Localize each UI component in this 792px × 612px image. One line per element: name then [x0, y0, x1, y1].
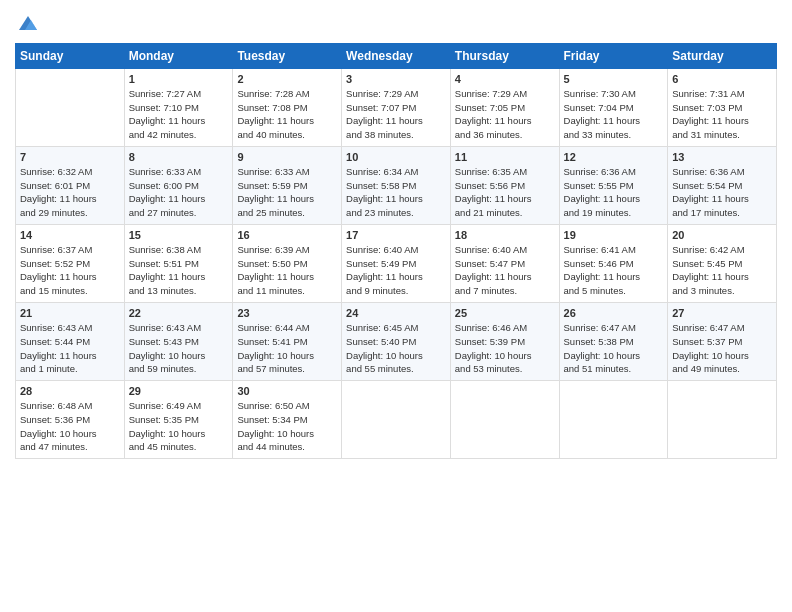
day-info: Sunrise: 6:46 AMSunset: 5:39 PMDaylight:…	[455, 321, 555, 376]
column-header-thursday: Thursday	[450, 43, 559, 68]
day-number: 23	[237, 307, 337, 319]
calendar-cell: 21Sunrise: 6:43 AMSunset: 5:44 PMDayligh…	[16, 302, 125, 380]
day-info: Sunrise: 7:31 AMSunset: 7:03 PMDaylight:…	[672, 87, 772, 142]
logo	[15, 14, 39, 37]
day-info: Sunrise: 6:41 AMSunset: 5:46 PMDaylight:…	[564, 243, 664, 298]
calendar-cell: 2Sunrise: 7:28 AMSunset: 7:08 PMDaylight…	[233, 68, 342, 146]
calendar-cell: 6Sunrise: 7:31 AMSunset: 7:03 PMDaylight…	[668, 68, 777, 146]
day-info: Sunrise: 6:50 AMSunset: 5:34 PMDaylight:…	[237, 399, 337, 454]
day-number: 21	[20, 307, 120, 319]
calendar-cell: 30Sunrise: 6:50 AMSunset: 5:34 PMDayligh…	[233, 381, 342, 459]
calendar-cell: 24Sunrise: 6:45 AMSunset: 5:40 PMDayligh…	[342, 302, 451, 380]
day-number: 30	[237, 385, 337, 397]
calendar-cell: 18Sunrise: 6:40 AMSunset: 5:47 PMDayligh…	[450, 224, 559, 302]
calendar-cell: 1Sunrise: 7:27 AMSunset: 7:10 PMDaylight…	[124, 68, 233, 146]
calendar-cell: 25Sunrise: 6:46 AMSunset: 5:39 PMDayligh…	[450, 302, 559, 380]
day-info: Sunrise: 6:44 AMSunset: 5:41 PMDaylight:…	[237, 321, 337, 376]
day-info: Sunrise: 6:40 AMSunset: 5:47 PMDaylight:…	[455, 243, 555, 298]
day-info: Sunrise: 7:28 AMSunset: 7:08 PMDaylight:…	[237, 87, 337, 142]
day-info: Sunrise: 6:36 AMSunset: 5:54 PMDaylight:…	[672, 165, 772, 220]
column-header-sunday: Sunday	[16, 43, 125, 68]
calendar-cell: 23Sunrise: 6:44 AMSunset: 5:41 PMDayligh…	[233, 302, 342, 380]
calendar-week-row: 1Sunrise: 7:27 AMSunset: 7:10 PMDaylight…	[16, 68, 777, 146]
day-number: 19	[564, 229, 664, 241]
day-info: Sunrise: 6:38 AMSunset: 5:51 PMDaylight:…	[129, 243, 229, 298]
calendar-cell: 7Sunrise: 6:32 AMSunset: 6:01 PMDaylight…	[16, 146, 125, 224]
day-info: Sunrise: 6:43 AMSunset: 5:43 PMDaylight:…	[129, 321, 229, 376]
day-number: 12	[564, 151, 664, 163]
calendar-cell: 19Sunrise: 6:41 AMSunset: 5:46 PMDayligh…	[559, 224, 668, 302]
calendar-cell: 9Sunrise: 6:33 AMSunset: 5:59 PMDaylight…	[233, 146, 342, 224]
calendar-cell: 28Sunrise: 6:48 AMSunset: 5:36 PMDayligh…	[16, 381, 125, 459]
day-info: Sunrise: 6:47 AMSunset: 5:38 PMDaylight:…	[564, 321, 664, 376]
calendar-week-row: 14Sunrise: 6:37 AMSunset: 5:52 PMDayligh…	[16, 224, 777, 302]
day-number: 14	[20, 229, 120, 241]
day-info: Sunrise: 6:47 AMSunset: 5:37 PMDaylight:…	[672, 321, 772, 376]
calendar-cell: 5Sunrise: 7:30 AMSunset: 7:04 PMDaylight…	[559, 68, 668, 146]
day-number: 9	[237, 151, 337, 163]
logo-icon	[17, 14, 39, 32]
day-info: Sunrise: 6:48 AMSunset: 5:36 PMDaylight:…	[20, 399, 120, 454]
day-number: 6	[672, 73, 772, 85]
day-info: Sunrise: 6:40 AMSunset: 5:49 PMDaylight:…	[346, 243, 446, 298]
day-number: 1	[129, 73, 229, 85]
day-number: 5	[564, 73, 664, 85]
day-info: Sunrise: 6:36 AMSunset: 5:55 PMDaylight:…	[564, 165, 664, 220]
day-number: 17	[346, 229, 446, 241]
page-header	[15, 10, 777, 37]
calendar-cell: 12Sunrise: 6:36 AMSunset: 5:55 PMDayligh…	[559, 146, 668, 224]
day-number: 28	[20, 385, 120, 397]
day-number: 22	[129, 307, 229, 319]
calendar-cell: 11Sunrise: 6:35 AMSunset: 5:56 PMDayligh…	[450, 146, 559, 224]
calendar-cell: 22Sunrise: 6:43 AMSunset: 5:43 PMDayligh…	[124, 302, 233, 380]
day-number: 8	[129, 151, 229, 163]
day-info: Sunrise: 7:27 AMSunset: 7:10 PMDaylight:…	[129, 87, 229, 142]
day-number: 2	[237, 73, 337, 85]
calendar-cell: 14Sunrise: 6:37 AMSunset: 5:52 PMDayligh…	[16, 224, 125, 302]
day-number: 4	[455, 73, 555, 85]
calendar-cell: 13Sunrise: 6:36 AMSunset: 5:54 PMDayligh…	[668, 146, 777, 224]
column-header-saturday: Saturday	[668, 43, 777, 68]
day-info: Sunrise: 6:43 AMSunset: 5:44 PMDaylight:…	[20, 321, 120, 376]
day-info: Sunrise: 6:39 AMSunset: 5:50 PMDaylight:…	[237, 243, 337, 298]
day-number: 11	[455, 151, 555, 163]
day-info: Sunrise: 6:49 AMSunset: 5:35 PMDaylight:…	[129, 399, 229, 454]
calendar-cell: 26Sunrise: 6:47 AMSunset: 5:38 PMDayligh…	[559, 302, 668, 380]
calendar-cell	[342, 381, 451, 459]
column-header-friday: Friday	[559, 43, 668, 68]
day-number: 15	[129, 229, 229, 241]
day-info: Sunrise: 6:34 AMSunset: 5:58 PMDaylight:…	[346, 165, 446, 220]
calendar-cell: 29Sunrise: 6:49 AMSunset: 5:35 PMDayligh…	[124, 381, 233, 459]
calendar-cell: 16Sunrise: 6:39 AMSunset: 5:50 PMDayligh…	[233, 224, 342, 302]
day-info: Sunrise: 6:33 AMSunset: 5:59 PMDaylight:…	[237, 165, 337, 220]
day-number: 24	[346, 307, 446, 319]
column-header-tuesday: Tuesday	[233, 43, 342, 68]
day-info: Sunrise: 6:45 AMSunset: 5:40 PMDaylight:…	[346, 321, 446, 376]
calendar-cell	[450, 381, 559, 459]
day-info: Sunrise: 6:42 AMSunset: 5:45 PMDaylight:…	[672, 243, 772, 298]
day-info: Sunrise: 6:35 AMSunset: 5:56 PMDaylight:…	[455, 165, 555, 220]
calendar-week-row: 28Sunrise: 6:48 AMSunset: 5:36 PMDayligh…	[16, 381, 777, 459]
calendar-cell	[668, 381, 777, 459]
day-number: 26	[564, 307, 664, 319]
day-info: Sunrise: 6:37 AMSunset: 5:52 PMDaylight:…	[20, 243, 120, 298]
day-info: Sunrise: 7:30 AMSunset: 7:04 PMDaylight:…	[564, 87, 664, 142]
calendar-header-row: SundayMondayTuesdayWednesdayThursdayFrid…	[16, 43, 777, 68]
calendar-week-row: 21Sunrise: 6:43 AMSunset: 5:44 PMDayligh…	[16, 302, 777, 380]
calendar-cell	[16, 68, 125, 146]
day-number: 16	[237, 229, 337, 241]
calendar-cell: 3Sunrise: 7:29 AMSunset: 7:07 PMDaylight…	[342, 68, 451, 146]
column-header-wednesday: Wednesday	[342, 43, 451, 68]
day-info: Sunrise: 7:29 AMSunset: 7:05 PMDaylight:…	[455, 87, 555, 142]
day-number: 29	[129, 385, 229, 397]
calendar-cell: 17Sunrise: 6:40 AMSunset: 5:49 PMDayligh…	[342, 224, 451, 302]
calendar-table: SundayMondayTuesdayWednesdayThursdayFrid…	[15, 43, 777, 459]
calendar-cell: 20Sunrise: 6:42 AMSunset: 5:45 PMDayligh…	[668, 224, 777, 302]
day-info: Sunrise: 6:32 AMSunset: 6:01 PMDaylight:…	[20, 165, 120, 220]
day-number: 20	[672, 229, 772, 241]
calendar-cell: 15Sunrise: 6:38 AMSunset: 5:51 PMDayligh…	[124, 224, 233, 302]
calendar-cell: 8Sunrise: 6:33 AMSunset: 6:00 PMDaylight…	[124, 146, 233, 224]
day-info: Sunrise: 7:29 AMSunset: 7:07 PMDaylight:…	[346, 87, 446, 142]
calendar-cell: 10Sunrise: 6:34 AMSunset: 5:58 PMDayligh…	[342, 146, 451, 224]
day-number: 3	[346, 73, 446, 85]
